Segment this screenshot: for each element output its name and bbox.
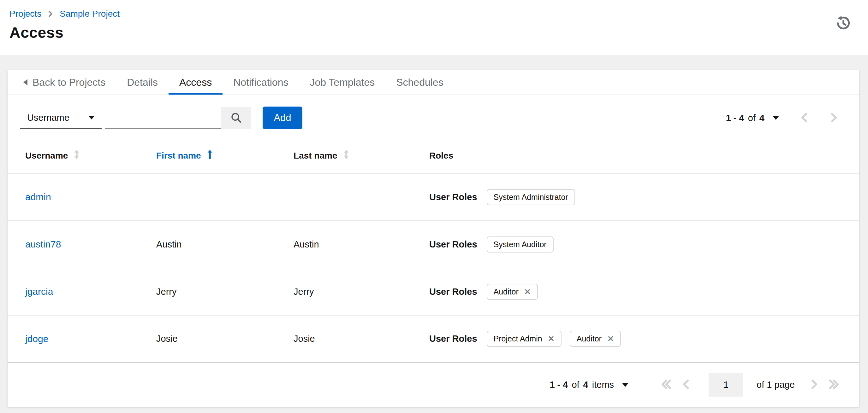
next-page-button[interactable]: [807, 377, 822, 392]
angle-right-icon: [811, 379, 818, 391]
top-pagination-total: 4: [760, 113, 765, 123]
tab-access[interactable]: Access: [168, 70, 222, 95]
last-name-cell: Austin: [293, 221, 429, 268]
breadcrumb-separator-icon: [48, 10, 53, 18]
role-chip: Project Admin✕: [487, 331, 561, 347]
search-icon: [230, 112, 242, 125]
bottom-pagination-items-word: items: [592, 380, 614, 390]
username-link[interactable]: admin: [25, 192, 51, 202]
prev-page-button[interactable]: [678, 377, 693, 392]
role-chip-remove-icon[interactable]: ✕: [548, 335, 555, 343]
top-pagination-nav: [797, 110, 841, 126]
top-pagination-menu-toggle[interactable]: 1 - 4 of 4: [726, 113, 779, 123]
angle-double-left-icon: [661, 379, 672, 391]
breadcrumb-link-projects[interactable]: Projects: [9, 9, 41, 19]
bottom-pagination-nav: of 1 page: [659, 373, 841, 397]
prev-page-button[interactable]: [797, 110, 812, 126]
column-label: Username: [25, 151, 68, 161]
angle-double-right-icon: [828, 379, 840, 391]
page-header: Projects Sample Project Access: [0, 0, 868, 55]
last-name-cell: [293, 173, 429, 221]
user-roles-label: User Roles: [429, 334, 477, 344]
last-name-cell: Jerry: [293, 268, 429, 315]
next-page-button[interactable]: [826, 110, 841, 126]
column-header-last-name[interactable]: Last name: [293, 149, 349, 162]
bottom-pagination-range: 1 - 4: [550, 380, 568, 390]
column-header-first-name[interactable]: First name: [156, 149, 213, 162]
column-header-roles: Roles: [429, 151, 453, 161]
role-chip: System Administrator: [487, 189, 575, 205]
role-chip-remove-icon[interactable]: ✕: [607, 335, 614, 343]
last-page-button[interactable]: [826, 377, 841, 392]
user-roles-label: User Roles: [429, 239, 477, 250]
username-link[interactable]: jgarcia: [25, 286, 53, 297]
roles-cell: User RolesAuditor✕: [429, 284, 859, 300]
list-toolbar: Username Add 1 - 4 of: [7, 95, 859, 138]
role-chip-group: System Auditor: [487, 236, 554, 252]
breadcrumb-link-sample-project[interactable]: Sample Project: [60, 9, 120, 19]
bottom-pagination: 1 - 4 of 4 items of 1 page: [7, 363, 859, 407]
username-link[interactable]: austin78: [25, 239, 61, 249]
page-of-label: of 1 page: [756, 380, 795, 390]
column-label: Last name: [293, 151, 337, 161]
table-row: austin78AustinAustinUser RolesSystem Aud…: [7, 221, 859, 268]
access-table: Username First name: [7, 138, 859, 363]
search-submit-button[interactable]: [221, 107, 251, 129]
top-pagination-of: of: [748, 113, 756, 123]
role-chip-label: Project Admin: [494, 334, 542, 343]
role-chip-label: Auditor: [577, 334, 601, 343]
roles-cell: User RolesProject Admin✕Auditor✕: [429, 331, 859, 347]
role-chip-label: Auditor: [494, 287, 519, 296]
role-chip-group: Project Admin✕Auditor✕: [487, 331, 621, 347]
sort-both-icon: [73, 149, 80, 162]
first-name-cell: [156, 173, 293, 221]
back-triangle-icon: [23, 79, 27, 85]
table-row: jdogeJosieJosieUser RolesProject Admin✕A…: [7, 315, 859, 363]
tab-details[interactable]: Details: [116, 70, 168, 95]
chevron-down-icon: [773, 116, 779, 120]
user-roles-label: User Roles: [429, 286, 477, 297]
history-icon: [836, 15, 851, 32]
column-label: First name: [156, 151, 201, 161]
tab-notifications[interactable]: Notifications: [222, 70, 299, 95]
table-row: adminUser RolesSystem Administrator: [7, 173, 859, 221]
bottom-pagination-menu-toggle[interactable]: 1 - 4 of 4 items: [550, 380, 628, 390]
bottom-pagination-of: of: [571, 380, 579, 390]
column-header-username[interactable]: Username: [25, 149, 80, 162]
angle-left-icon: [682, 379, 690, 391]
angle-left-icon: [801, 112, 808, 124]
first-page-button[interactable]: [659, 377, 674, 392]
roles-cell: User RolesSystem Administrator: [429, 189, 859, 205]
page-title: Access: [9, 24, 850, 41]
tab-schedules[interactable]: Schedules: [385, 70, 454, 95]
username-link[interactable]: jdoge: [25, 334, 48, 344]
role-chip: Auditor✕: [487, 284, 538, 300]
table-header-row: Username First name: [7, 138, 859, 173]
role-chip: Auditor✕: [570, 331, 621, 347]
user-roles-label: User Roles: [429, 192, 477, 202]
activity-history-button[interactable]: [835, 15, 851, 32]
tab-bar: Back to Projects Details Access Notifica…: [7, 70, 859, 95]
current-page-input[interactable]: [709, 373, 743, 397]
search-input[interactable]: [105, 107, 221, 129]
breadcrumb: Projects Sample Project: [9, 9, 850, 19]
role-chip: System Auditor: [487, 236, 554, 252]
first-name-cell: Jerry: [156, 268, 293, 315]
role-chip-label: System Administrator: [494, 193, 568, 202]
add-button[interactable]: Add: [262, 107, 302, 129]
back-label: Back to Projects: [32, 77, 105, 88]
chevron-down-icon: [88, 116, 95, 119]
tab-back-to-projects[interactable]: Back to Projects: [23, 70, 105, 95]
tab-job-templates[interactable]: Job Templates: [299, 70, 385, 95]
bottom-pagination-total: 4: [583, 380, 588, 390]
angle-right-icon: [830, 112, 838, 124]
column-label: Roles: [429, 151, 453, 161]
role-chip-remove-icon[interactable]: ✕: [524, 288, 531, 296]
search-group: [105, 107, 251, 129]
first-name-cell: Josie: [156, 315, 293, 363]
access-card: Back to Projects Details Access Notifica…: [7, 70, 859, 407]
role-chip-label: System Auditor: [494, 240, 547, 249]
top-pagination-range: 1 - 4: [726, 113, 744, 123]
first-name-cell: Austin: [156, 221, 293, 268]
filter-key-select[interactable]: Username: [20, 107, 102, 129]
